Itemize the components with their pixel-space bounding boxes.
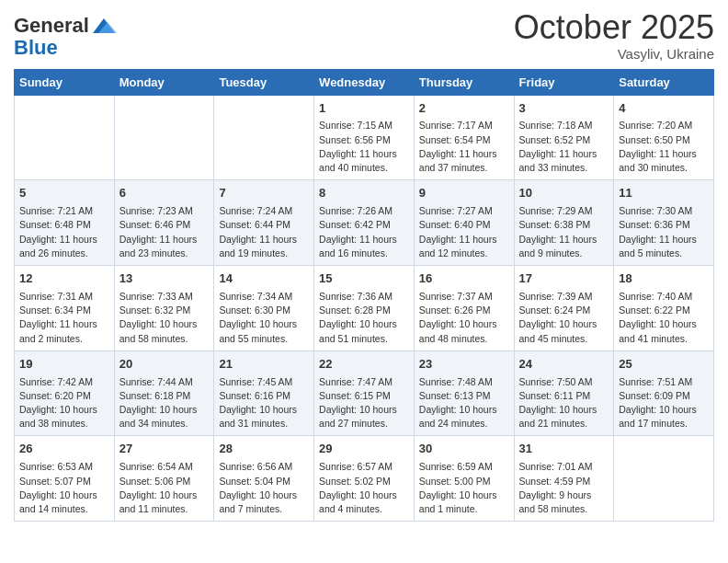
cell-w2-d0: 5Sunrise: 7:21 AMSunset: 6:48 PMDaylight… [15, 180, 115, 266]
sunrise-label: Sunrise: 7:37 AM [419, 291, 493, 302]
daylight-label: Daylight: 11 hours and 37 minutes. [419, 148, 497, 173]
daylight-label: Daylight: 10 hours and 55 minutes. [219, 318, 297, 343]
week-row-2: 5Sunrise: 7:21 AMSunset: 6:48 PMDaylight… [15, 180, 714, 266]
sunset-label: Sunset: 5:02 PM [319, 476, 391, 487]
cell-w3-d3: 15Sunrise: 7:36 AMSunset: 6:28 PMDayligh… [314, 266, 415, 351]
sunset-label: Sunset: 6:32 PM [119, 304, 191, 316]
daylight-label: Daylight: 10 hours and 34 minutes. [119, 404, 198, 429]
daylight-label: Daylight: 10 hours and 24 minutes. [419, 404, 497, 429]
sunset-label: Sunset: 5:00 PM [419, 476, 491, 487]
daylight-label: Daylight: 10 hours and 48 minutes. [419, 318, 497, 343]
cell-w5-d5: 31Sunrise: 7:01 AMSunset: 4:59 PMDayligh… [514, 436, 614, 522]
sunrise-label: Sunrise: 7:47 AM [319, 376, 392, 387]
location: Vasyliv, Ukraine [514, 46, 714, 62]
daylight-label: Daylight: 11 hours and 26 minutes. [19, 234, 97, 259]
cell-w3-d1: 13Sunrise: 7:33 AMSunset: 6:32 PMDayligh… [114, 266, 214, 351]
cell-w3-d2: 14Sunrise: 7:34 AMSunset: 6:30 PMDayligh… [214, 266, 314, 351]
day-number: 22 [319, 356, 409, 373]
day-number: 16 [419, 270, 509, 288]
title-block: October 2025 Vasyliv, Ukraine [514, 9, 714, 62]
col-wednesday: Wednesday [314, 69, 415, 95]
sunset-label: Sunset: 6:46 PM [119, 219, 191, 230]
day-number: 10 [519, 185, 609, 202]
cell-w1-d1 [114, 95, 214, 180]
sunset-label: Sunset: 6:28 PM [319, 304, 391, 316]
sunset-label: Sunset: 6:16 PM [219, 390, 290, 401]
day-number: 8 [319, 185, 409, 202]
calendar-container: General Blue October 2025 Vasyliv, Ukrai… [0, 0, 728, 535]
cell-w3-d4: 16Sunrise: 7:37 AMSunset: 6:26 PMDayligh… [414, 266, 514, 351]
cell-w2-d6: 11Sunrise: 7:30 AMSunset: 6:36 PMDayligh… [614, 180, 714, 266]
sunset-label: Sunset: 5:04 PM [219, 476, 290, 487]
sunrise-label: Sunrise: 7:23 AM [119, 205, 193, 216]
daylight-label: Daylight: 10 hours and 27 minutes. [319, 404, 397, 429]
sunset-label: Sunset: 6:34 PM [19, 304, 91, 316]
cell-w4-d0: 19Sunrise: 7:42 AMSunset: 6:20 PMDayligh… [15, 350, 115, 436]
day-number: 12 [19, 270, 109, 288]
logo-blue-text: Blue [14, 36, 58, 59]
cell-w1-d0 [15, 95, 115, 180]
day-number: 1 [319, 100, 409, 118]
sunrise-label: Sunrise: 7:36 AM [319, 291, 392, 302]
sunrise-label: Sunrise: 7:40 AM [619, 291, 692, 302]
day-number: 2 [419, 100, 509, 118]
cell-w5-d0: 26Sunrise: 6:53 AMSunset: 5:07 PMDayligh… [15, 436, 115, 522]
sunset-label: Sunset: 6:52 PM [519, 134, 591, 145]
sunset-label: Sunset: 6:56 PM [319, 134, 391, 145]
col-friday: Friday [514, 69, 614, 95]
sunrise-label: Sunrise: 7:17 AM [419, 120, 493, 131]
day-number: 6 [119, 185, 210, 202]
sunrise-label: Sunrise: 7:48 AM [419, 376, 493, 387]
sunrise-label: Sunrise: 7:39 AM [519, 291, 593, 302]
cell-w4-d5: 24Sunrise: 7:50 AMSunset: 6:11 PMDayligh… [514, 350, 614, 436]
week-row-1: 1Sunrise: 7:15 AMSunset: 6:56 PMDaylight… [15, 95, 714, 180]
cell-w4-d1: 20Sunrise: 7:44 AMSunset: 6:18 PMDayligh… [114, 350, 214, 436]
sunrise-label: Sunrise: 7:34 AM [219, 291, 292, 302]
sunrise-label: Sunrise: 7:29 AM [519, 205, 593, 216]
sunset-label: Sunset: 6:22 PM [619, 304, 690, 316]
week-row-5: 26Sunrise: 6:53 AMSunset: 5:07 PMDayligh… [15, 436, 714, 522]
sunset-label: Sunset: 6:24 PM [519, 304, 591, 316]
day-number: 11 [619, 185, 709, 202]
sunset-label: Sunset: 6:15 PM [319, 390, 391, 401]
cell-w2-d1: 6Sunrise: 7:23 AMSunset: 6:46 PMDaylight… [114, 180, 214, 266]
header: General Blue October 2025 Vasyliv, Ukrai… [14, 9, 714, 62]
logo-icon [91, 13, 117, 39]
daylight-label: Daylight: 9 hours and 58 minutes. [519, 489, 592, 514]
sunrise-label: Sunrise: 6:56 AM [219, 461, 292, 472]
day-number: 24 [519, 356, 609, 373]
cell-w2-d3: 8Sunrise: 7:26 AMSunset: 6:42 PMDaylight… [314, 180, 415, 266]
cell-w5-d3: 29Sunrise: 6:57 AMSunset: 5:02 PMDayligh… [314, 436, 415, 522]
day-number: 5 [19, 185, 109, 202]
logo: General Blue [14, 9, 117, 59]
cell-w4-d6: 25Sunrise: 7:51 AMSunset: 6:09 PMDayligh… [614, 350, 714, 436]
sunset-label: Sunset: 6:26 PM [419, 304, 491, 316]
sunset-label: Sunset: 6:38 PM [519, 219, 591, 230]
sunrise-label: Sunrise: 7:26 AM [319, 205, 392, 216]
sunrise-label: Sunrise: 7:27 AM [419, 205, 493, 216]
day-number: 19 [19, 356, 109, 373]
daylight-label: Daylight: 10 hours and 7 minutes. [219, 489, 297, 514]
logo-general-text: General [14, 15, 89, 37]
daylight-label: Daylight: 11 hours and 30 minutes. [619, 148, 697, 173]
daylight-label: Daylight: 10 hours and 14 minutes. [19, 489, 97, 514]
cell-w5-d2: 28Sunrise: 6:56 AMSunset: 5:04 PMDayligh… [214, 436, 314, 522]
cell-w1-d4: 2Sunrise: 7:17 AMSunset: 6:54 PMDaylight… [414, 95, 514, 180]
col-tuesday: Tuesday [214, 69, 314, 95]
daylight-label: Daylight: 10 hours and 4 minutes. [319, 489, 397, 514]
col-thursday: Thursday [414, 69, 514, 95]
sunset-label: Sunset: 6:36 PM [619, 219, 690, 230]
sunrise-label: Sunrise: 7:50 AM [519, 376, 593, 387]
sunrise-label: Sunrise: 7:01 AM [519, 461, 593, 472]
daylight-label: Daylight: 11 hours and 19 minutes. [219, 234, 297, 259]
day-number: 18 [619, 270, 709, 288]
sunset-label: Sunset: 6:20 PM [19, 390, 91, 401]
daylight-label: Daylight: 10 hours and 58 minutes. [119, 318, 198, 343]
daylight-label: Daylight: 10 hours and 1 minute. [419, 489, 497, 514]
daylight-label: Daylight: 10 hours and 21 minutes. [519, 404, 597, 429]
cell-w1-d5: 3Sunrise: 7:18 AMSunset: 6:52 PMDaylight… [514, 95, 614, 180]
day-number: 7 [219, 185, 309, 202]
cell-w4-d3: 22Sunrise: 7:47 AMSunset: 6:15 PMDayligh… [314, 350, 415, 436]
sunrise-label: Sunrise: 6:53 AM [19, 461, 93, 472]
daylight-label: Daylight: 11 hours and 2 minutes. [19, 318, 97, 343]
